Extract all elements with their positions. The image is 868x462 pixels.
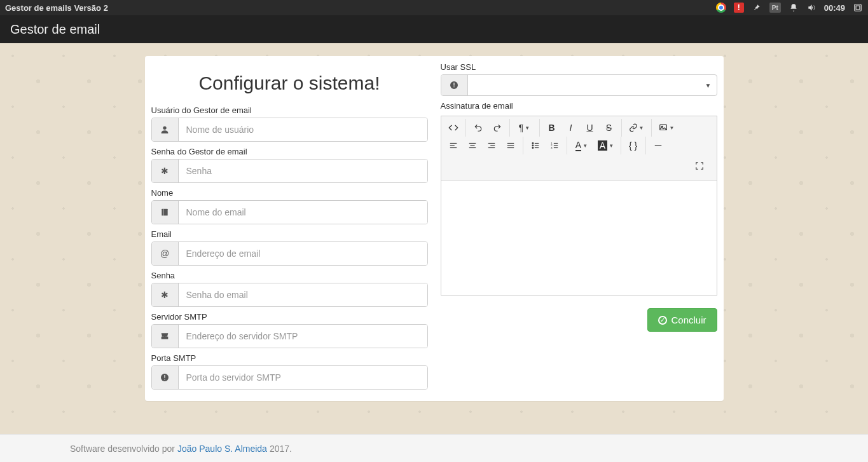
align-justify-icon[interactable] (501, 137, 520, 154)
window-title: Gestor de emails Versão 2 (5, 3, 108, 13)
language-indicator[interactable]: Pt (769, 3, 781, 13)
email-password-input[interactable] (179, 283, 427, 306)
font-color-icon[interactable]: A▼ (570, 137, 594, 154)
rich-text-editor: ¶▼ B I U S ▼ (441, 116, 717, 296)
svg-rect-3 (162, 209, 167, 216)
align-center-icon[interactable] (463, 137, 482, 154)
submit-label: Concluir (671, 315, 706, 325)
footer-author-link[interactable]: João Paulo S. Almeida (177, 444, 267, 454)
svg-point-28 (532, 147, 534, 149)
code-view-icon[interactable] (444, 119, 463, 137)
system-bar: Gestor de emails Versão 2 ! Pt 00:49 (0, 0, 868, 15)
signature-editor[interactable] (441, 180, 717, 295)
align-left-icon[interactable] (444, 137, 463, 154)
align-right-icon[interactable] (482, 137, 501, 154)
app-title: Gestor de email (10, 22, 100, 37)
svg-rect-1 (856, 6, 860, 10)
exclamation-icon (441, 75, 468, 95)
asterisk-icon: ✱ (152, 283, 179, 306)
unordered-list-icon[interactable] (526, 137, 545, 154)
check-circle-icon (658, 316, 667, 325)
svg-point-26 (532, 143, 534, 144)
clock[interactable]: 00:49 (824, 3, 845, 13)
svg-text:3: 3 (551, 146, 553, 149)
book-icon (152, 201, 179, 224)
password-label: Senha do Gestor de email (151, 147, 428, 156)
ssl-label: Usar SSL (441, 62, 717, 72)
email-password-label: Senha (151, 271, 428, 280)
form-title: Configurar o sistema! (151, 72, 428, 94)
link-icon[interactable]: ▼ (624, 119, 649, 137)
code-block-icon[interactable]: { } (624, 137, 643, 154)
svg-point-2 (163, 126, 166, 130)
asterisk-icon: ✱ (152, 160, 179, 182)
user-label: Usuário do Gestor de email (151, 105, 428, 115)
underline-icon[interactable]: U (581, 119, 600, 137)
config-card: Configurar o sistema! Usuário do Gestor … (145, 56, 724, 401)
smtp-port-label: Porta SMTP (151, 353, 428, 363)
volume-icon[interactable] (806, 3, 816, 13)
password-input-group: ✱ (151, 159, 428, 183)
chrome-icon[interactable] (716, 3, 726, 13)
menu-icon[interactable] (853, 3, 863, 13)
exclamation-icon (152, 366, 179, 389)
horizontal-rule-icon[interactable] (649, 137, 668, 154)
ssl-select-group: ▼ (441, 74, 717, 96)
pin-icon[interactable] (752, 3, 762, 13)
inbox-icon (152, 325, 179, 348)
image-icon[interactable]: ▼ (654, 119, 679, 137)
undo-icon[interactable] (469, 119, 488, 137)
email-password-input-group: ✱ (151, 283, 428, 307)
signature-label: Assinatura de email (441, 101, 717, 111)
rte-toolbar: ¶▼ B I U S ▼ (441, 116, 717, 180)
ssl-select[interactable] (468, 75, 717, 95)
redo-icon[interactable] (488, 119, 507, 137)
email-input-group: @ (151, 241, 428, 266)
svg-rect-7 (164, 375, 165, 378)
svg-rect-0 (855, 4, 862, 11)
fullscreen-icon[interactable] (690, 157, 709, 175)
strikethrough-icon[interactable]: S (600, 119, 619, 137)
app-header: Gestor de email (0, 15, 868, 43)
svg-rect-5 (162, 337, 169, 339)
svg-rect-10 (453, 83, 454, 86)
svg-point-27 (532, 145, 534, 146)
at-icon: @ (152, 242, 179, 265)
user-icon (152, 118, 179, 141)
name-input-group (151, 200, 428, 224)
email-input[interactable] (179, 242, 427, 265)
svg-rect-8 (164, 379, 165, 379)
smtp-server-input[interactable] (179, 325, 427, 348)
submit-button[interactable]: Concluir (647, 308, 717, 332)
smtp-port-input[interactable] (179, 366, 427, 389)
italic-icon[interactable]: I (561, 119, 581, 137)
bold-icon[interactable]: B (542, 119, 561, 137)
name-label: Nome (151, 188, 428, 198)
smtp-server-label: Servidor SMTP (151, 312, 428, 322)
password-input[interactable] (179, 160, 427, 182)
alert-icon[interactable]: ! (734, 3, 744, 13)
paragraph-format-icon[interactable]: ¶▼ (513, 119, 537, 137)
svg-rect-11 (453, 86, 454, 87)
ordered-list-icon[interactable]: 123 (545, 137, 564, 154)
footer-suffix: 2017. (270, 444, 292, 454)
background-color-icon[interactable]: A▼ (594, 137, 618, 154)
smtp-server-input-group (151, 324, 428, 348)
footer: Software desenvolvido por João Paulo S. … (0, 434, 868, 462)
smtp-port-input-group (151, 365, 428, 390)
user-input[interactable] (179, 118, 427, 141)
user-input-group (151, 118, 428, 142)
footer-prefix: Software desenvolvido por (70, 444, 175, 454)
name-input[interactable] (179, 201, 427, 224)
email-label: Email (151, 229, 428, 239)
bell-icon[interactable] (789, 3, 799, 13)
